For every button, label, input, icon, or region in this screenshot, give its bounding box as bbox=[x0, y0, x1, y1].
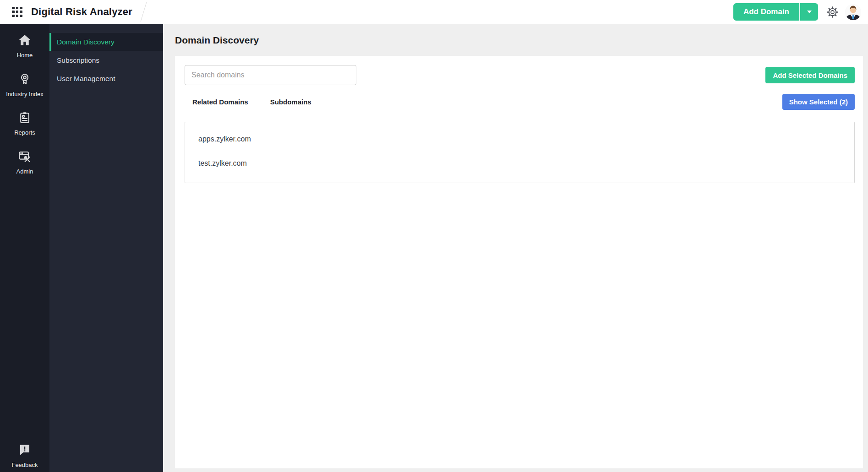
tab-related-domains[interactable]: Related Domains bbox=[192, 98, 248, 106]
sidebar-item-feedback[interactable]: Feedback bbox=[0, 443, 49, 469]
tabs: Related Domains Subdomains bbox=[192, 98, 311, 106]
sidebar-item-industry-index[interactable]: Industry Index bbox=[0, 72, 49, 98]
page-title-band: Domain Discovery bbox=[175, 24, 863, 56]
gear-icon bbox=[826, 6, 839, 18]
tab-subdomains[interactable]: Subdomains bbox=[270, 98, 311, 106]
add-domain-dropdown-button[interactable] bbox=[799, 3, 818, 21]
admin-icon bbox=[18, 150, 32, 163]
add-selected-domains-button[interactable]: Add Selected Domains bbox=[765, 67, 855, 83]
domain-list: apps.zylker.com test.zylker.com bbox=[185, 122, 855, 183]
sidebar-item-admin[interactable]: Admin bbox=[0, 150, 49, 176]
sidebar-item-label: Reports bbox=[11, 129, 39, 137]
secondary-sidebar: Domain Discovery Subscriptions User Mana… bbox=[49, 24, 163, 472]
domain-list-item[interactable]: apps.zylker.com bbox=[185, 127, 854, 151]
search-input[interactable] bbox=[185, 65, 356, 85]
sidebar-item-label: Feedback bbox=[8, 461, 41, 469]
tabs-row: Related Domains Subdomains Show Selected… bbox=[185, 94, 855, 110]
add-domain-button[interactable]: Add Domain bbox=[733, 3, 799, 21]
top-header: Digital Risk Analyzer Add Domain bbox=[0, 0, 868, 24]
domain-discovery-card: Add Selected Domains Related Domains Sub… bbox=[175, 56, 863, 468]
search-row: Add Selected Domains bbox=[185, 65, 855, 85]
app-body: Home Industry Index Reports bbox=[0, 24, 868, 472]
reports-icon bbox=[18, 111, 32, 125]
caret-down-icon bbox=[807, 11, 812, 13]
main-content: Domain Discovery Add Selected Domains Re… bbox=[163, 24, 868, 472]
sidebar-item-label: Admin bbox=[13, 168, 37, 176]
sidebar-item-label: Home bbox=[13, 51, 37, 60]
settings-button[interactable] bbox=[826, 6, 839, 18]
app-title: Digital Risk Analyzer bbox=[31, 6, 132, 18]
sidebar-item-domain-discovery[interactable]: Domain Discovery bbox=[49, 33, 163, 51]
domain-list-item[interactable]: test.zylker.com bbox=[185, 151, 854, 175]
header-actions: Add Domain bbox=[733, 3, 861, 21]
app-launcher-icon[interactable] bbox=[12, 7, 22, 17]
primary-sidebar: Home Industry Index Reports bbox=[0, 24, 49, 472]
home-icon bbox=[18, 33, 32, 47]
page-title: Domain Discovery bbox=[175, 35, 259, 46]
sidebar-item-home[interactable]: Home bbox=[0, 33, 49, 60]
add-domain-split-button: Add Domain bbox=[733, 3, 818, 21]
show-selected-button[interactable]: Show Selected (2) bbox=[782, 94, 855, 110]
industry-index-icon bbox=[18, 72, 32, 86]
feedback-icon bbox=[18, 443, 32, 457]
sidebar-item-reports[interactable]: Reports bbox=[0, 111, 49, 137]
title-divider bbox=[141, 2, 147, 22]
sidebar-item-label: Industry Index bbox=[2, 90, 47, 98]
sidebar-item-subscriptions[interactable]: Subscriptions bbox=[49, 51, 163, 69]
sidebar-item-user-management[interactable]: User Management bbox=[49, 70, 163, 87]
user-avatar[interactable] bbox=[845, 4, 861, 20]
